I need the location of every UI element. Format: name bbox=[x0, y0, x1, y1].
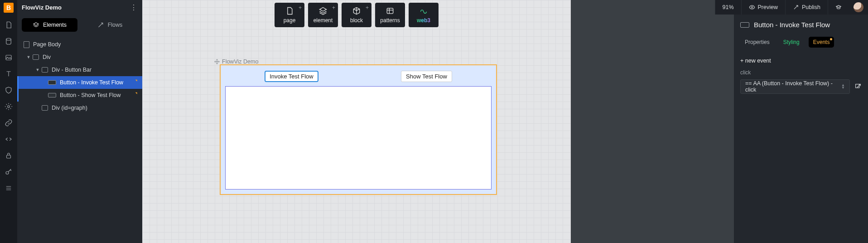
event-kind-label: click bbox=[740, 69, 862, 76]
tab-elements[interactable]: Elements bbox=[22, 18, 77, 32]
toolbar-element-label: element bbox=[313, 17, 333, 24]
toolbar-page[interactable]: + page bbox=[275, 3, 304, 27]
toolbar-element[interactable]: + element bbox=[308, 3, 338, 27]
plus-icon: + bbox=[332, 5, 335, 11]
plus-icon: + bbox=[366, 5, 369, 11]
right-panel-tabs: Properties Styling Events bbox=[734, 33, 868, 53]
button-icon bbox=[48, 80, 56, 85]
svg-rect-5 bbox=[387, 8, 393, 14]
artboard-label[interactable]: FlowViz Demo bbox=[214, 58, 258, 65]
right-panel-title: Button - Invoke Test Flow bbox=[754, 21, 830, 29]
add-event-button[interactable]: + new event bbox=[740, 58, 862, 64]
shield-icon[interactable] bbox=[5, 86, 13, 94]
grad-cap-icon bbox=[835, 4, 842, 10]
element-tree: Page Body ▼ Div ▼ Div - Button Bar Butto… bbox=[17, 36, 142, 116]
right-panel-body: + new event click == AA (Button - Invoke… bbox=[734, 53, 868, 96]
graph-container[interactable] bbox=[225, 86, 492, 190]
artboard-title: FlowViz Demo bbox=[222, 58, 258, 65]
svg-rect-1 bbox=[6, 55, 11, 60]
svg-point-0 bbox=[6, 38, 11, 40]
svg-point-2 bbox=[8, 106, 10, 108]
publish-label: Publish bbox=[802, 4, 820, 10]
app-iconbar: B bbox=[0, 0, 17, 243]
image-icon[interactable] bbox=[5, 53, 13, 62]
flow-badge-icon bbox=[131, 91, 139, 100]
svg-point-4 bbox=[6, 171, 9, 174]
tree-btn-show-label: Button - Show Test Flow bbox=[60, 92, 121, 98]
lock-icon[interactable] bbox=[5, 151, 13, 160]
tree-button-bar[interactable]: ▼ Div - Button Bar bbox=[17, 63, 142, 76]
project-title: FlowViz Demo bbox=[22, 4, 130, 11]
top-right-bar: 91% Preview Publish bbox=[715, 0, 868, 15]
tab-events[interactable]: Events bbox=[809, 37, 834, 48]
page-body-icon bbox=[24, 41, 29, 48]
publish-icon bbox=[793, 4, 799, 10]
event-row[interactable]: == AA (Button - Invoke Test Flow) - clic… bbox=[740, 79, 850, 94]
tree-div-graph[interactable]: Div (id=graph) bbox=[17, 102, 142, 114]
tab-flows-label: Flows bbox=[108, 22, 123, 28]
open-external-icon[interactable] bbox=[854, 83, 862, 90]
show-test-flow-button[interactable]: Show Test Flow bbox=[401, 71, 452, 82]
right-panel: Button - Invoke Test Flow Properties Sty… bbox=[734, 15, 868, 243]
avatar[interactable] bbox=[854, 2, 863, 12]
div-icon bbox=[33, 54, 39, 60]
link-icon[interactable] bbox=[5, 119, 13, 127]
button-icon bbox=[48, 93, 56, 97]
invoke-test-flow-button[interactable]: Invoke Test Flow bbox=[265, 71, 318, 82]
div-icon bbox=[42, 67, 48, 73]
tree-div-label: Div bbox=[43, 54, 51, 60]
database-icon[interactable] bbox=[5, 37, 13, 45]
toolbar-page-label: page bbox=[284, 17, 296, 24]
eye-icon bbox=[749, 4, 755, 10]
tab-flows[interactable]: Flows bbox=[82, 18, 138, 32]
page-icon[interactable] bbox=[5, 21, 13, 29]
zoom-indicator[interactable]: 91% bbox=[715, 0, 741, 15]
flow-badge-icon bbox=[131, 78, 139, 87]
stepper-icon[interactable]: ▲▼ bbox=[841, 84, 845, 89]
toolbar-web3[interactable]: web3 bbox=[409, 3, 439, 27]
tree-btn-invoke-label: Button - Invoke Test Flow bbox=[60, 79, 123, 86]
div-icon bbox=[42, 105, 48, 111]
preview-label: Preview bbox=[758, 4, 778, 10]
settings-icon[interactable] bbox=[5, 102, 13, 111]
key-icon[interactable] bbox=[5, 168, 13, 176]
preview-button[interactable]: Preview bbox=[741, 0, 785, 15]
canvas[interactable]: + page + element + block patterns web3 F… bbox=[142, 0, 571, 243]
tab-elements-label: Elements bbox=[43, 22, 67, 28]
left-panel-tabs: Elements Flows bbox=[17, 15, 142, 36]
app-logo[interactable]: B bbox=[4, 3, 14, 13]
tree-page-body-label: Page Body bbox=[33, 41, 61, 48]
tree-div-graph-label: Div (id=graph) bbox=[52, 105, 87, 111]
plus-icon: + bbox=[299, 5, 302, 11]
tab-styling[interactable]: Styling bbox=[779, 37, 804, 48]
tree-btn-show[interactable]: Button - Show Test Flow bbox=[17, 89, 142, 102]
svg-rect-3 bbox=[7, 155, 11, 158]
left-panel-header: FlowViz Demo ⋮ bbox=[17, 0, 142, 15]
publish-button[interactable]: Publish bbox=[785, 0, 828, 15]
artboard[interactable]: Invoke Test Flow Show Test Flow bbox=[220, 64, 497, 195]
toolbar-block[interactable]: + block bbox=[342, 3, 371, 27]
tab-properties[interactable]: Properties bbox=[740, 37, 774, 48]
list-icon[interactable] bbox=[5, 184, 13, 192]
tree-page-body[interactable]: Page Body bbox=[17, 38, 142, 51]
zoom-value: 91% bbox=[723, 4, 734, 10]
project-menu-button[interactable]: ⋮ bbox=[130, 3, 138, 12]
svg-point-6 bbox=[751, 6, 753, 8]
tree-div[interactable]: ▼ Div bbox=[17, 51, 142, 63]
left-panel: FlowViz Demo ⋮ Elements Flows Page Body … bbox=[17, 0, 142, 243]
event-row-label: == AA (Button - Invoke Test Flow) - clic… bbox=[745, 80, 841, 93]
caret-icon[interactable]: ▼ bbox=[35, 68, 40, 72]
toolbar-block-label: block bbox=[350, 17, 363, 24]
tree-btn-invoke[interactable]: Button - Invoke Test Flow bbox=[17, 76, 142, 89]
toolbar-patterns[interactable]: patterns bbox=[375, 3, 405, 27]
toolbar-web3-label: web3 bbox=[417, 17, 430, 24]
code-icon[interactable] bbox=[5, 135, 13, 143]
toolbar-patterns-label: patterns bbox=[380, 17, 400, 24]
canvas-toolbar: + page + element + block patterns web3 bbox=[275, 3, 439, 27]
right-panel-header: Button - Invoke Test Flow bbox=[734, 15, 868, 33]
button-icon bbox=[740, 22, 749, 28]
text-icon[interactable] bbox=[5, 70, 13, 78]
learn-button[interactable] bbox=[828, 0, 849, 15]
tree-button-bar-label: Div - Button Bar bbox=[52, 67, 92, 73]
caret-icon[interactable]: ▼ bbox=[26, 55, 31, 59]
